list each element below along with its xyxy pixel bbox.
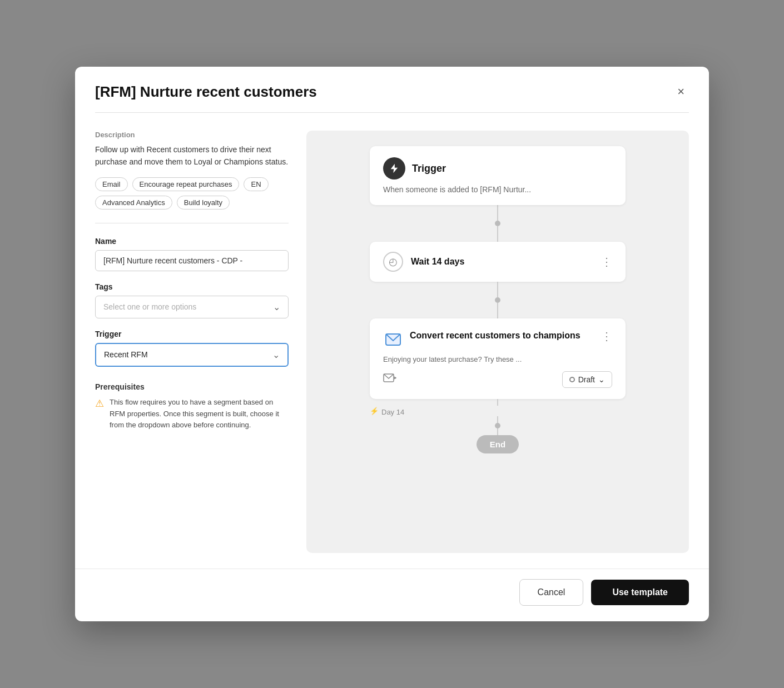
- dot-2: [495, 297, 500, 303]
- wait-title: Wait 14 days: [411, 257, 464, 267]
- connector-3: [497, 282, 498, 297]
- tag-analytics: Advanced Analytics: [95, 196, 172, 210]
- send-icon-box: [383, 372, 396, 387]
- name-input[interactable]: [95, 250, 289, 271]
- convert-footer: Draft ⌄: [383, 371, 612, 388]
- modal-body: Description Follow up with Recent custom…: [75, 113, 709, 569]
- wait-card-left: ◴ Wait 14 days: [383, 252, 464, 272]
- draft-label: Draft: [578, 375, 595, 384]
- tags-select[interactable]: Select one or more options ⌄: [95, 296, 289, 318]
- left-panel: Description Follow up with Recent custom…: [95, 131, 306, 553]
- connector-4: [497, 303, 498, 318]
- prerequisites-title: Prerequisites: [95, 382, 289, 391]
- right-panel: Trigger When someone is added to [RFM] N…: [306, 131, 689, 553]
- convert-card-left: Convert recent customers to champions: [383, 330, 580, 350]
- lightning-icon: ⚡: [370, 407, 379, 415]
- tags-placeholder: Select one or more options: [103, 302, 196, 311]
- connector-2: [497, 226, 498, 242]
- connector-1: [497, 205, 498, 221]
- trigger-chevron-icon: ⌄: [272, 350, 280, 360]
- name-field-label: Name: [95, 237, 289, 246]
- tags-row: Email Encourage repeat purchases EN Adva…: [95, 177, 289, 210]
- wait-more-options[interactable]: ⋮: [601, 255, 612, 268]
- send-icon: [383, 372, 396, 385]
- draft-chevron: ⌄: [598, 375, 605, 384]
- convert-title: Convert recent customers to champions: [410, 330, 580, 342]
- trigger-card-title: Trigger: [412, 163, 446, 175]
- convert-card: Convert recent customers to champions ⋮ …: [370, 318, 626, 399]
- tags-field-label: Tags: [95, 282, 289, 291]
- convert-card-header: Convert recent customers to champions ⋮: [383, 330, 612, 350]
- tag-encourage: Encourage repeat purchases: [132, 177, 240, 191]
- description-text: Follow up with Recent customers to drive…: [95, 143, 289, 168]
- day-label: Day 14: [381, 408, 404, 416]
- connector-7: [497, 428, 498, 435]
- email-icon: [385, 333, 401, 346]
- day-label-row: ⚡ Day 14: [370, 406, 626, 416]
- draft-badge[interactable]: Draft ⌄: [562, 371, 612, 388]
- clock-icon: ◴: [383, 252, 403, 272]
- wait-card: ◴ Wait 14 days ⋮: [370, 242, 626, 282]
- connector-5: [497, 399, 498, 406]
- trigger-select[interactable]: Recent RFM ⌄: [95, 343, 289, 367]
- trigger-card-header: Trigger: [383, 157, 612, 180]
- end-node: End: [477, 435, 519, 453]
- trigger-value: Recent RFM: [104, 350, 148, 359]
- left-divider-1: [95, 223, 289, 223]
- prerequisites-body: ⚠ This flow requires you to have a segme…: [95, 397, 289, 431]
- warning-icon: ⚠: [95, 397, 104, 410]
- tag-loyalty: Build loyalty: [177, 196, 230, 210]
- dot-1: [495, 221, 500, 226]
- flow-container: Trigger When someone is added to [RFM] N…: [320, 146, 676, 453]
- trigger-field-label: Trigger: [95, 330, 289, 338]
- trigger-card: Trigger When someone is added to [RFM] N…: [370, 146, 626, 205]
- convert-email-icon: [383, 330, 403, 350]
- draft-status-dot: [569, 377, 575, 382]
- tag-en: EN: [244, 177, 268, 191]
- post-convert-section: ⚡ Day 14: [370, 399, 626, 435]
- cancel-button[interactable]: Cancel: [519, 579, 584, 606]
- close-button[interactable]: ×: [673, 82, 689, 101]
- bolt-icon: [389, 163, 400, 174]
- prerequisites-text: This flow requires you to have a segment…: [110, 397, 289, 431]
- use-template-button[interactable]: Use template: [591, 580, 689, 605]
- description-label: Description: [95, 131, 289, 139]
- trigger-card-subtitle: When someone is added to [RFM] Nurtur...: [383, 185, 612, 194]
- trigger-icon: [383, 157, 405, 180]
- modal-header: [RFM] Nurture recent customers ×: [75, 67, 709, 112]
- tags-chevron-icon: ⌄: [273, 302, 280, 312]
- connector-6: [497, 416, 498, 423]
- modal-title: [RFM] Nurture recent customers: [95, 83, 317, 101]
- convert-more-options[interactable]: ⋮: [601, 330, 612, 343]
- tag-email: Email: [95, 177, 128, 191]
- modal-container: [RFM] Nurture recent customers × Descrip…: [75, 67, 709, 621]
- convert-subtitle: Enjoying your latest purchase? Try these…: [383, 355, 612, 363]
- modal-footer: Cancel Use template: [75, 569, 709, 621]
- dot-3: [495, 423, 500, 428]
